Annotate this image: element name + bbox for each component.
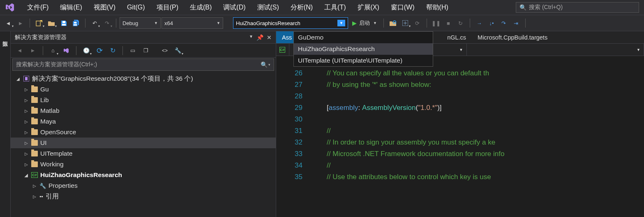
folder-icon (31, 129, 38, 135)
tab-item[interactable]: nGL.cs (441, 31, 472, 43)
tree-node[interactable]: ▷Matlab (11, 105, 276, 116)
line-number: 27 (276, 79, 313, 91)
browser-link-button[interactable] (399, 17, 411, 29)
chevron-down-icon: ▼ (217, 21, 220, 25)
expand-icon[interactable]: ▷ (24, 162, 29, 167)
separator (122, 46, 123, 55)
menu-window[interactable]: 窗口(W) (385, 1, 420, 14)
close-icon[interactable]: ✕ (267, 34, 272, 41)
folder-icon (31, 86, 38, 92)
tree-node[interactable]: ▷▪▪引用 (11, 191, 276, 202)
menu-project[interactable]: 项目(P) (151, 1, 184, 14)
menu-build[interactable]: 生成(B) (184, 1, 217, 14)
collapse-all-button[interactable]: ▭ (127, 45, 138, 56)
switch-view-button[interactable] (60, 45, 72, 56)
save-button[interactable] (58, 17, 69, 29)
code-line: 31 // (276, 125, 644, 137)
expand-icon[interactable]: ▷ (24, 119, 29, 124)
startup-project-combo[interactable]: HuiZhaoGraphicsResearch ▼ (233, 17, 348, 29)
expand-icon[interactable]: ▷ (24, 98, 29, 103)
home-button[interactable]: ⌂ (47, 45, 59, 56)
tree-node[interactable]: ▷UI (11, 138, 276, 148)
view-code-button[interactable]: <> (159, 45, 171, 56)
tree-node[interactable]: ▷OpenSource (11, 127, 276, 138)
vertical-tab-datasource[interactable]: 数据源 (0, 31, 11, 217)
main-toolbar: ◄ ► ✷ ↶ ↷ Debug▼ x64▼ HuiZhaoGraphicsRes… (0, 15, 644, 31)
nav-project-combo[interactable]: C# (276, 44, 289, 56)
tab-item[interactable]: Microsoft.CppBuild.targets (472, 31, 553, 43)
tree-node[interactable]: ▷Lib (11, 95, 276, 105)
expand-icon[interactable]: ▷ (24, 141, 29, 145)
menu-edit[interactable]: 编辑(E) (54, 1, 88, 14)
folder-icon (31, 119, 38, 124)
dropdown-item[interactable]: HuiZhaoGraphicsResearch (294, 43, 433, 55)
tree-node[interactable]: ◢C#HuiZhaoGraphicsResearch (11, 170, 276, 180)
svg-rect-9 (25, 77, 28, 80)
sync-button[interactable]: ⟳ (412, 17, 423, 29)
nav-back-button[interactable]: ◄ (2, 17, 14, 29)
menu-debug[interactable]: 调试(D) (217, 1, 251, 14)
refresh-button[interactable]: ↻ (107, 45, 118, 56)
sync-button[interactable]: ⟳ (94, 45, 105, 56)
expand-icon[interactable]: ▷ (24, 130, 29, 135)
tree-node[interactable]: ▷Working (11, 159, 276, 170)
dropdown-icon[interactable]: ▼ (249, 34, 253, 41)
tree-node[interactable]: ▷Gu (11, 84, 276, 95)
pause-button[interactable]: ❚❚ (430, 17, 442, 29)
menu-ext[interactable]: 扩展(X) (352, 1, 385, 14)
vs-logo (4, 2, 16, 13)
show-all-files-button[interactable]: ❐ (140, 45, 152, 56)
properties-button[interactable]: 🔧 (172, 45, 184, 56)
expand-icon[interactable]: ◢ (16, 77, 21, 81)
stop-button[interactable]: ■ (443, 17, 454, 29)
save-all-button[interactable] (70, 17, 82, 29)
menu-view[interactable]: 视图(V) (88, 1, 121, 14)
code-editor[interactable]: 25 //26 // You can specify all the value… (276, 56, 644, 217)
find-in-files-button[interactable] (387, 17, 399, 29)
dropdown-item[interactable]: UITemplate (UITemplate\UITemplate) (294, 55, 433, 66)
tree-node[interactable]: ▷Maya (11, 116, 276, 127)
pending-changes-button[interactable]: 🕓 (81, 45, 92, 56)
open-button[interactable] (46, 17, 57, 29)
separator (85, 19, 85, 28)
redo-button[interactable]: ↷ (101, 17, 113, 29)
step-over-button[interactable]: ↓• (486, 17, 497, 29)
nav-member-combo[interactable]: ▼ (467, 44, 644, 56)
tree-node[interactable]: ▷🔧Properties (11, 180, 276, 191)
menu-git[interactable]: Git(G) (121, 1, 151, 14)
expand-icon[interactable]: ▷ (24, 87, 29, 92)
expand-icon[interactable]: ◢ (24, 173, 29, 177)
folder-icon (31, 140, 38, 146)
step-out-button[interactable]: ↷ (498, 17, 510, 29)
line-number: 30 (276, 114, 313, 125)
step-into-button[interactable]: → (473, 17, 485, 29)
separator (525, 19, 526, 28)
back-button[interactable]: ◄ (14, 45, 25, 56)
code-line: 29 [assembly: AssemblyVersion("1.0.*")] (276, 102, 644, 114)
menu-help[interactable]: 帮助(H) (420, 1, 454, 14)
menu-tools[interactable]: 工具(T) (319, 1, 351, 14)
pin-icon[interactable]: 📌 (256, 34, 263, 41)
tree-node[interactable]: ▷UITemplate (11, 148, 276, 159)
start-debug-button[interactable]: ▶ 启动 ▼ (349, 17, 380, 29)
undo-button[interactable]: ↶ (89, 17, 100, 29)
platform-combo[interactable]: x64▼ (162, 17, 223, 29)
menu-test[interactable]: 测试(S) (252, 1, 285, 14)
new-item-button[interactable]: ✷ (33, 17, 45, 29)
fwd-button[interactable]: ► (27, 45, 39, 56)
menu-file[interactable]: 文件(F) (21, 1, 54, 14)
solution-search[interactable]: 搜索解决方案资源管理器(Ctrl+;) 🔍▾ (12, 58, 274, 71)
restart-button[interactable]: ↻ (455, 17, 466, 29)
expand-icon[interactable]: ▷ (32, 194, 37, 199)
config-combo[interactable]: Debug▼ (120, 17, 161, 29)
expand-icon[interactable]: ▷ (24, 109, 29, 113)
solution-root[interactable]: ◢ 解决方案"GraphicsResearch2008"(34 个项目，共 36… (11, 73, 276, 84)
global-search[interactable]: 🔍 搜索 (Ctrl+Q) (516, 2, 639, 13)
dropdown-item[interactable]: GuDemo (294, 32, 433, 43)
expand-icon[interactable]: ▷ (32, 184, 37, 188)
expand-icon[interactable]: ▷ (24, 152, 29, 156)
breakpoints-button[interactable]: ⇥ (510, 17, 522, 29)
line-number: 34 (276, 160, 313, 171)
nav-fwd-button[interactable]: ► (15, 17, 26, 29)
menu-analyze[interactable]: 分析(N) (285, 1, 319, 14)
